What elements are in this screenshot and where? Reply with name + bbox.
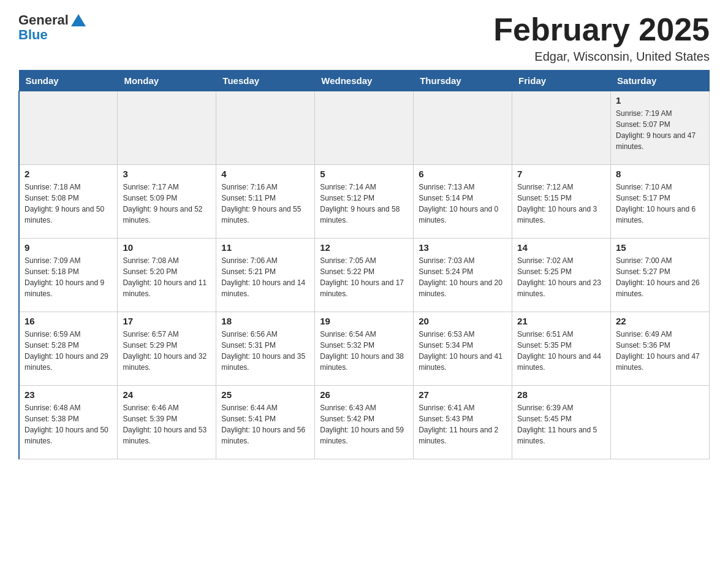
day-number: 7: [517, 169, 605, 179]
day-info: Sunrise: 6:49 AM Sunset: 5:36 PM Dayligh…: [616, 329, 704, 373]
calendar-cell: 14Sunrise: 7:02 AM Sunset: 5:25 PM Dayli…: [512, 239, 611, 312]
day-number: 13: [419, 242, 507, 253]
calendar-cell: 23Sunrise: 6:48 AM Sunset: 5:38 PM Dayli…: [19, 386, 118, 459]
calendar-cell: 11Sunrise: 7:06 AM Sunset: 5:21 PM Dayli…: [216, 239, 315, 312]
calendar-cell: 13Sunrise: 7:03 AM Sunset: 5:24 PM Dayli…: [414, 239, 512, 312]
weekday-header-row: SundayMondayTuesdayWednesdayThursdayFrid…: [19, 71, 710, 91]
day-number: 5: [320, 169, 408, 179]
day-number: 4: [221, 169, 309, 179]
calendar-cell: [315, 91, 414, 165]
day-info: Sunrise: 7:02 AM Sunset: 5:25 PM Dayligh…: [517, 255, 605, 299]
day-info: Sunrise: 6:56 AM Sunset: 5:31 PM Dayligh…: [221, 329, 309, 373]
day-info: Sunrise: 6:51 AM Sunset: 5:35 PM Dayligh…: [517, 329, 605, 373]
day-info: Sunrise: 6:59 AM Sunset: 5:28 PM Dayligh…: [25, 329, 112, 373]
day-info: Sunrise: 6:43 AM Sunset: 5:42 PM Dayligh…: [320, 402, 408, 446]
calendar-cell: [19, 91, 118, 165]
day-info: Sunrise: 6:53 AM Sunset: 5:34 PM Dayligh…: [419, 329, 507, 373]
day-number: 8: [616, 169, 704, 179]
day-info: Sunrise: 7:17 AM Sunset: 5:09 PM Dayligh…: [123, 182, 211, 226]
logo-blue-text: Blue: [18, 27, 48, 43]
header: General Blue February 2025 Edgar, Wiscon…: [18, 12, 710, 64]
day-info: Sunrise: 7:06 AM Sunset: 5:21 PM Dayligh…: [221, 255, 309, 299]
day-number: 28: [517, 389, 605, 400]
day-number: 21: [517, 316, 605, 326]
day-info: Sunrise: 7:19 AM Sunset: 5:07 PM Dayligh…: [616, 108, 704, 152]
weekday-header-tuesday: Tuesday: [216, 71, 315, 91]
calendar-cell: 3Sunrise: 7:17 AM Sunset: 5:09 PM Daylig…: [118, 165, 216, 239]
day-number: 17: [123, 316, 211, 326]
calendar-cell: [216, 91, 315, 165]
weekday-header-sunday: Sunday: [19, 71, 118, 91]
day-info: Sunrise: 7:13 AM Sunset: 5:14 PM Dayligh…: [419, 182, 507, 226]
day-number: 14: [517, 242, 605, 253]
calendar-cell: 10Sunrise: 7:08 AM Sunset: 5:20 PM Dayli…: [118, 239, 216, 312]
calendar-cell: 12Sunrise: 7:05 AM Sunset: 5:22 PM Dayli…: [315, 239, 414, 312]
calendar-subtitle: Edgar, Wisconsin, United States: [493, 50, 710, 64]
calendar-cell: [512, 91, 611, 165]
day-number: 26: [320, 389, 408, 400]
calendar-cell: 2Sunrise: 7:18 AM Sunset: 5:08 PM Daylig…: [19, 165, 118, 239]
day-info: Sunrise: 7:18 AM Sunset: 5:08 PM Dayligh…: [25, 182, 112, 226]
day-info: Sunrise: 6:41 AM Sunset: 5:43 PM Dayligh…: [419, 402, 507, 446]
weekday-header-thursday: Thursday: [414, 71, 512, 91]
day-number: 3: [123, 169, 211, 179]
title-area: February 2025 Edgar, Wisconsin, United S…: [493, 12, 710, 64]
calendar-week-row: 1Sunrise: 7:19 AM Sunset: 5:07 PM Daylig…: [19, 91, 710, 165]
calendar-week-row: 9Sunrise: 7:09 AM Sunset: 5:18 PM Daylig…: [19, 239, 710, 312]
calendar-cell: 7Sunrise: 7:12 AM Sunset: 5:15 PM Daylig…: [512, 165, 611, 239]
day-number: 2: [25, 169, 112, 179]
day-info: Sunrise: 6:54 AM Sunset: 5:32 PM Dayligh…: [320, 329, 408, 373]
calendar-cell: 28Sunrise: 6:39 AM Sunset: 5:45 PM Dayli…: [512, 386, 611, 459]
calendar-cell: 5Sunrise: 7:14 AM Sunset: 5:12 PM Daylig…: [315, 165, 414, 239]
logo-triangle-icon: [71, 14, 86, 26]
day-info: Sunrise: 6:57 AM Sunset: 5:29 PM Dayligh…: [123, 329, 211, 373]
day-number: 25: [221, 389, 309, 400]
calendar-cell: 6Sunrise: 7:13 AM Sunset: 5:14 PM Daylig…: [414, 165, 512, 239]
calendar-cell: 9Sunrise: 7:09 AM Sunset: 5:18 PM Daylig…: [19, 239, 118, 312]
day-number: 10: [123, 242, 211, 253]
calendar-cell: 22Sunrise: 6:49 AM Sunset: 5:36 PM Dayli…: [611, 312, 710, 386]
calendar-cell: 24Sunrise: 6:46 AM Sunset: 5:39 PM Dayli…: [118, 386, 216, 459]
day-info: Sunrise: 7:03 AM Sunset: 5:24 PM Dayligh…: [419, 255, 507, 299]
calendar-cell: [118, 91, 216, 165]
logo-general-text: General: [18, 12, 69, 28]
day-info: Sunrise: 6:46 AM Sunset: 5:39 PM Dayligh…: [123, 402, 211, 446]
day-number: 27: [419, 389, 507, 400]
calendar-header: SundayMondayTuesdayWednesdayThursdayFrid…: [19, 71, 710, 91]
calendar-cell: 4Sunrise: 7:16 AM Sunset: 5:11 PM Daylig…: [216, 165, 315, 239]
day-info: Sunrise: 7:08 AM Sunset: 5:20 PM Dayligh…: [123, 255, 211, 299]
day-info: Sunrise: 7:00 AM Sunset: 5:27 PM Dayligh…: [616, 255, 704, 299]
day-info: Sunrise: 6:48 AM Sunset: 5:38 PM Dayligh…: [25, 402, 112, 446]
calendar-cell: 19Sunrise: 6:54 AM Sunset: 5:32 PM Dayli…: [315, 312, 414, 386]
calendar-cell: 18Sunrise: 6:56 AM Sunset: 5:31 PM Dayli…: [216, 312, 315, 386]
day-info: Sunrise: 7:09 AM Sunset: 5:18 PM Dayligh…: [25, 255, 112, 299]
day-number: 18: [221, 316, 309, 326]
day-number: 12: [320, 242, 408, 253]
day-number: 16: [25, 316, 112, 326]
weekday-header-wednesday: Wednesday: [315, 71, 414, 91]
calendar-cell: 21Sunrise: 6:51 AM Sunset: 5:35 PM Dayli…: [512, 312, 611, 386]
day-number: 6: [419, 169, 507, 179]
calendar-table: SundayMondayTuesdayWednesdayThursdayFrid…: [18, 70, 710, 459]
day-number: 9: [25, 242, 112, 253]
day-number: 23: [25, 389, 112, 400]
day-number: 24: [123, 389, 211, 400]
day-info: Sunrise: 7:14 AM Sunset: 5:12 PM Dayligh…: [320, 182, 408, 226]
calendar-cell: 20Sunrise: 6:53 AM Sunset: 5:34 PM Dayli…: [414, 312, 512, 386]
calendar-week-row: 2Sunrise: 7:18 AM Sunset: 5:08 PM Daylig…: [19, 165, 710, 239]
day-info: Sunrise: 7:10 AM Sunset: 5:17 PM Dayligh…: [616, 182, 704, 226]
calendar-cell: 17Sunrise: 6:57 AM Sunset: 5:29 PM Dayli…: [118, 312, 216, 386]
calendar-week-row: 16Sunrise: 6:59 AM Sunset: 5:28 PM Dayli…: [19, 312, 710, 386]
day-info: Sunrise: 7:05 AM Sunset: 5:22 PM Dayligh…: [320, 255, 408, 299]
calendar-cell: 16Sunrise: 6:59 AM Sunset: 5:28 PM Dayli…: [19, 312, 118, 386]
day-number: 22: [616, 316, 704, 326]
weekday-header-friday: Friday: [512, 71, 611, 91]
day-info: Sunrise: 6:39 AM Sunset: 5:45 PM Dayligh…: [517, 402, 605, 446]
day-info: Sunrise: 6:44 AM Sunset: 5:41 PM Dayligh…: [221, 402, 309, 446]
day-number: 11: [221, 242, 309, 253]
calendar-cell: 8Sunrise: 7:10 AM Sunset: 5:17 PM Daylig…: [611, 165, 710, 239]
day-number: 15: [616, 242, 704, 253]
calendar-body: 1Sunrise: 7:19 AM Sunset: 5:07 PM Daylig…: [19, 91, 710, 459]
day-number: 1: [616, 95, 704, 105]
calendar-cell: 15Sunrise: 7:00 AM Sunset: 5:27 PM Dayli…: [611, 239, 710, 312]
